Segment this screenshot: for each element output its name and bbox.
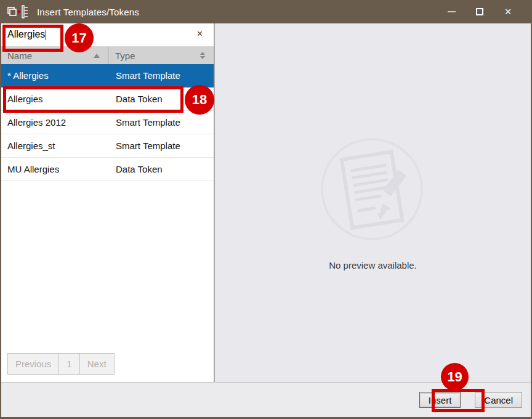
table-rows: * Allergies Smart Template Allergies Dat… [1,64,214,181]
table-row[interactable]: MU Allergies Data Token [1,158,214,181]
sort-updown-icon [200,52,205,59]
dialog-footer: Insert Cancel [1,382,531,417]
table-row[interactable]: Allergies_st Smart Template [1,134,214,158]
minimize-button[interactable] [437,0,465,23]
app-icon [7,5,31,18]
dialog-body: Allergies × Name Type * Allergies S [1,23,531,382]
preview-panel: No preview available. [215,23,531,382]
document-pencil-icon [331,144,413,235]
search-value: Allergies [7,29,45,40]
insert-button[interactable]: Insert [419,392,461,408]
no-preview-message: No preview available. [215,260,531,271]
maximize-button[interactable] [465,0,494,23]
table-row[interactable]: Allergies Data Token [1,87,214,111]
table-header: Name Type [1,47,214,64]
clear-search-icon[interactable]: × [197,28,203,39]
pagination: Previous 1 Next [7,353,115,375]
table-row[interactable]: Allergies 2012 Smart Template [1,111,214,134]
insert-templates-tokens-dialog: Insert Templates/Tokens × Allergies × Na… [0,0,532,419]
search-input[interactable]: Allergies × [1,23,214,47]
page-number-button[interactable]: 1 [58,353,79,375]
column-header-name[interactable]: Name [1,47,109,64]
cancel-button[interactable]: Cancel [475,392,522,408]
window-controls: × [437,0,531,23]
close-button[interactable]: × [494,0,522,23]
window-title: Insert Templates/Tokens [37,7,437,17]
titlebar: Insert Templates/Tokens × [1,0,531,23]
template-list-panel: Allergies × Name Type * Allergies S [1,23,215,382]
text-caret [46,30,46,40]
column-header-type[interactable]: Type [109,47,214,64]
sort-ascending-icon [94,54,100,58]
previous-page-button[interactable]: Previous [7,353,59,375]
table-row[interactable]: * Allergies Smart Template [1,64,214,87]
next-page-button[interactable]: Next [79,353,115,375]
